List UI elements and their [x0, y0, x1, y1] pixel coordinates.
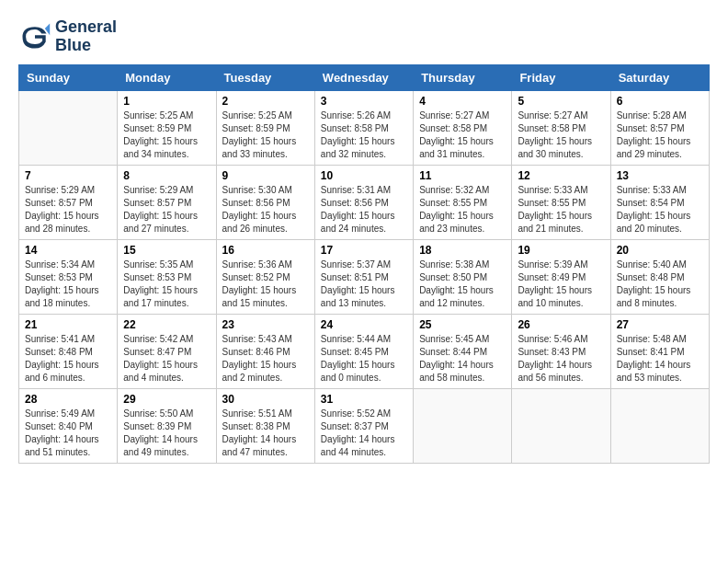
calendar-week-row: 28Sunrise: 5:49 AM Sunset: 8:40 PM Dayli… [19, 388, 710, 463]
day-number: 27 [617, 318, 703, 331]
calendar-cell: 16Sunrise: 5:36 AM Sunset: 8:52 PM Dayli… [216, 239, 314, 314]
day-number: 29 [123, 393, 210, 406]
day-info: Sunrise: 5:42 AM Sunset: 8:47 PM Dayligh… [123, 333, 210, 385]
day-info: Sunrise: 5:51 AM Sunset: 8:38 PM Dayligh… [222, 408, 309, 459]
calendar-cell: 29Sunrise: 5:50 AM Sunset: 8:39 PM Dayli… [118, 388, 216, 463]
day-number: 30 [222, 393, 309, 406]
calendar-cell: 3Sunrise: 5:26 AM Sunset: 8:58 PM Daylig… [314, 90, 413, 165]
day-number: 7 [25, 169, 111, 182]
calendar-cell: 6Sunrise: 5:28 AM Sunset: 8:57 PM Daylig… [610, 90, 709, 165]
calendar-cell: 2Sunrise: 5:25 AM Sunset: 8:59 PM Daylig… [216, 90, 314, 165]
calendar-cell: 21Sunrise: 5:41 AM Sunset: 8:48 PM Dayli… [19, 314, 118, 388]
day-info: Sunrise: 5:43 AM Sunset: 8:46 PM Dayligh… [222, 333, 309, 385]
day-info: Sunrise: 5:41 AM Sunset: 8:48 PM Dayligh… [25, 333, 111, 385]
weekday-header-sunday: Sunday [19, 64, 118, 90]
day-number: 21 [25, 318, 111, 331]
calendar-week-row: 1Sunrise: 5:25 AM Sunset: 8:59 PM Daylig… [19, 90, 710, 165]
weekday-header-thursday: Thursday [414, 64, 512, 90]
day-number: 22 [123, 318, 210, 331]
day-info: Sunrise: 5:38 AM Sunset: 8:50 PM Dayligh… [419, 259, 506, 310]
calendar-cell: 12Sunrise: 5:33 AM Sunset: 8:55 PM Dayli… [512, 165, 610, 239]
day-info: Sunrise: 5:36 AM Sunset: 8:52 PM Dayligh… [222, 259, 309, 310]
day-number: 12 [518, 169, 604, 182]
day-number: 18 [419, 244, 506, 257]
calendar-week-row: 7Sunrise: 5:29 AM Sunset: 8:57 PM Daylig… [19, 165, 710, 239]
day-info: Sunrise: 5:48 AM Sunset: 8:41 PM Dayligh… [617, 333, 703, 385]
day-number: 20 [617, 244, 703, 257]
logo-icon [18, 20, 51, 53]
calendar-cell [19, 90, 118, 165]
day-number: 10 [321, 169, 407, 182]
calendar-cell: 1Sunrise: 5:25 AM Sunset: 8:59 PM Daylig… [118, 90, 216, 165]
calendar-cell: 23Sunrise: 5:43 AM Sunset: 8:46 PM Dayli… [216, 314, 314, 388]
calendar-cell: 14Sunrise: 5:34 AM Sunset: 8:53 PM Dayli… [19, 239, 118, 314]
calendar-cell: 24Sunrise: 5:44 AM Sunset: 8:45 PM Dayli… [314, 314, 413, 388]
weekday-header-saturday: Saturday [610, 64, 709, 90]
day-number: 1 [123, 95, 210, 108]
day-info: Sunrise: 5:31 AM Sunset: 8:56 PM Dayligh… [321, 184, 407, 236]
day-number: 25 [419, 318, 506, 331]
day-info: Sunrise: 5:50 AM Sunset: 8:39 PM Dayligh… [123, 408, 210, 459]
calendar-table: SundayMondayTuesdayWednesdayThursdayFrid… [18, 64, 710, 464]
calendar-cell [610, 388, 709, 463]
calendar-cell: 9Sunrise: 5:30 AM Sunset: 8:56 PM Daylig… [216, 165, 314, 239]
day-info: Sunrise: 5:33 AM Sunset: 8:55 PM Dayligh… [518, 184, 604, 236]
day-info: Sunrise: 5:45 AM Sunset: 8:44 PM Dayligh… [419, 333, 506, 385]
calendar-week-row: 21Sunrise: 5:41 AM Sunset: 8:48 PM Dayli… [19, 314, 710, 388]
day-number: 14 [25, 244, 111, 257]
day-info: Sunrise: 5:49 AM Sunset: 8:40 PM Dayligh… [25, 408, 111, 459]
day-number: 13 [617, 169, 703, 182]
calendar-cell [414, 388, 512, 463]
day-info: Sunrise: 5:40 AM Sunset: 8:48 PM Dayligh… [617, 259, 703, 310]
day-number: 19 [518, 244, 604, 257]
day-info: Sunrise: 5:26 AM Sunset: 8:58 PM Dayligh… [321, 109, 407, 161]
calendar-cell: 17Sunrise: 5:37 AM Sunset: 8:51 PM Dayli… [314, 239, 413, 314]
day-number: 24 [321, 318, 407, 331]
calendar-cell: 30Sunrise: 5:51 AM Sunset: 8:38 PM Dayli… [216, 388, 314, 463]
day-info: Sunrise: 5:35 AM Sunset: 8:53 PM Dayligh… [123, 259, 210, 310]
day-info: Sunrise: 5:29 AM Sunset: 8:57 PM Dayligh… [25, 184, 111, 236]
weekday-header-row: SundayMondayTuesdayWednesdayThursdayFrid… [19, 64, 710, 90]
calendar-week-row: 14Sunrise: 5:34 AM Sunset: 8:53 PM Dayli… [19, 239, 710, 314]
calendar-cell: 18Sunrise: 5:38 AM Sunset: 8:50 PM Dayli… [414, 239, 512, 314]
day-info: Sunrise: 5:39 AM Sunset: 8:49 PM Dayligh… [518, 259, 604, 310]
day-number: 26 [518, 318, 604, 331]
day-number: 11 [419, 169, 506, 182]
day-number: 9 [222, 169, 309, 182]
day-info: Sunrise: 5:29 AM Sunset: 8:57 PM Dayligh… [123, 184, 210, 236]
weekday-header-wednesday: Wednesday [314, 64, 413, 90]
calendar-cell: 8Sunrise: 5:29 AM Sunset: 8:57 PM Daylig… [118, 165, 216, 239]
calendar-cell: 4Sunrise: 5:27 AM Sunset: 8:58 PM Daylig… [414, 90, 512, 165]
calendar-cell: 10Sunrise: 5:31 AM Sunset: 8:56 PM Dayli… [314, 165, 413, 239]
logo: General Blue [18, 18, 117, 55]
day-info: Sunrise: 5:30 AM Sunset: 8:56 PM Dayligh… [222, 184, 309, 236]
day-info: Sunrise: 5:27 AM Sunset: 8:58 PM Dayligh… [518, 109, 604, 161]
day-number: 4 [419, 95, 506, 108]
day-number: 3 [321, 95, 407, 108]
calendar-cell: 22Sunrise: 5:42 AM Sunset: 8:47 PM Dayli… [118, 314, 216, 388]
calendar-cell: 31Sunrise: 5:52 AM Sunset: 8:37 PM Dayli… [314, 388, 413, 463]
calendar-cell: 26Sunrise: 5:46 AM Sunset: 8:43 PM Dayli… [512, 314, 610, 388]
day-info: Sunrise: 5:52 AM Sunset: 8:37 PM Dayligh… [321, 408, 407, 459]
calendar-cell: 15Sunrise: 5:35 AM Sunset: 8:53 PM Dayli… [118, 239, 216, 314]
day-info: Sunrise: 5:33 AM Sunset: 8:54 PM Dayligh… [617, 184, 703, 236]
calendar-cell: 27Sunrise: 5:48 AM Sunset: 8:41 PM Dayli… [610, 314, 709, 388]
day-number: 8 [123, 169, 210, 182]
day-info: Sunrise: 5:25 AM Sunset: 8:59 PM Dayligh… [222, 109, 309, 161]
weekday-header-monday: Monday [118, 64, 216, 90]
weekday-header-tuesday: Tuesday [216, 64, 314, 90]
calendar-cell: 5Sunrise: 5:27 AM Sunset: 8:58 PM Daylig… [512, 90, 610, 165]
day-number: 17 [321, 244, 407, 257]
calendar-cell [512, 388, 610, 463]
day-info: Sunrise: 5:27 AM Sunset: 8:58 PM Dayligh… [419, 109, 506, 161]
calendar-cell: 7Sunrise: 5:29 AM Sunset: 8:57 PM Daylig… [19, 165, 118, 239]
calendar-cell: 28Sunrise: 5:49 AM Sunset: 8:40 PM Dayli… [19, 388, 118, 463]
day-number: 6 [617, 95, 703, 108]
calendar-cell: 20Sunrise: 5:40 AM Sunset: 8:48 PM Dayli… [610, 239, 709, 314]
day-info: Sunrise: 5:32 AM Sunset: 8:55 PM Dayligh… [419, 184, 506, 236]
day-info: Sunrise: 5:37 AM Sunset: 8:51 PM Dayligh… [321, 259, 407, 310]
day-number: 16 [222, 244, 309, 257]
calendar-cell: 25Sunrise: 5:45 AM Sunset: 8:44 PM Dayli… [414, 314, 512, 388]
day-number: 15 [123, 244, 210, 257]
day-number: 2 [222, 95, 309, 108]
